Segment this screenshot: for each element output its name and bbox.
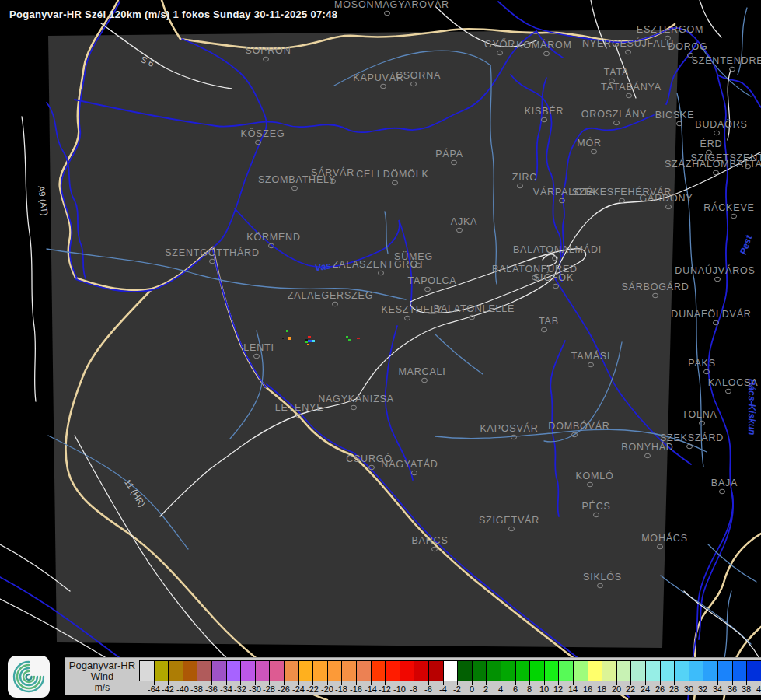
scale-swatch [356, 660, 372, 681]
radar-echo [305, 339, 308, 341]
scale-swatch [226, 660, 241, 681]
scale-swatch [660, 660, 675, 681]
settlement-marker [730, 67, 735, 72]
scale-swatch [616, 660, 631, 681]
legend-panel: Poganyvar-HR Wind m/s -64-42-40-38-36-34… [65, 657, 761, 695]
scale-swatch [544, 660, 559, 681]
settlement-marker [385, 11, 390, 16]
scale-swatch [529, 660, 545, 681]
settlement-marker [687, 444, 693, 449]
settlement-marker [720, 489, 725, 494]
scale-swatch [746, 660, 761, 681]
streams-steel-path [738, 8, 747, 75]
roads-white-path [22, 117, 36, 401]
radar-echo [357, 338, 360, 339]
scale-swatch [703, 660, 718, 681]
scale-swatch [168, 660, 183, 681]
scale-swatch [341, 660, 357, 681]
radar-echo [308, 336, 311, 338]
scale-swatch [732, 660, 747, 681]
spiral-logo-icon [8, 656, 50, 698]
scale-swatch [327, 660, 342, 681]
settlement-marker [726, 389, 731, 394]
radar-echo [307, 344, 309, 345]
legend-bar: Poganyvar-HR Wind m/s -64-42-40-38-36-34… [0, 653, 761, 700]
legend-product-name: Poganyvar-HR [65, 660, 139, 671]
scale-swatch [284, 660, 299, 681]
radar-coverage-area [48, 30, 679, 648]
radar-echo [308, 340, 312, 342]
scale-swatch [486, 660, 501, 681]
scale-swatch [183, 660, 197, 681]
scale-swatch [674, 660, 689, 681]
map-title: Poganyvar-HR Szél 120km (m/s) 1 fokos Su… [9, 9, 337, 20]
settlement-marker [745, 164, 751, 169]
scale-swatch [197, 660, 212, 681]
settlement-marker [700, 421, 705, 425]
app-logo [8, 656, 50, 698]
radar-map-canvas [0, 0, 761, 700]
scale-swatch [385, 660, 400, 681]
scale-swatch [139, 660, 155, 681]
scale-swatch [472, 660, 487, 681]
scale-swatch [428, 660, 444, 681]
scale-swatch [298, 660, 313, 681]
radar-echo [348, 339, 351, 341]
settlement-marker [714, 131, 720, 135]
scale-swatch [211, 660, 227, 681]
radar-echo [312, 340, 315, 342]
scale-swatch [414, 660, 429, 681]
radar-echo [288, 337, 291, 340]
rivers-blue-path [699, 492, 733, 639]
radar-echo [282, 338, 284, 339]
streams-steel-path [677, 93, 703, 467]
scale-swatch [602, 660, 617, 681]
legend-text: Poganyvar-HR Wind m/s [65, 660, 139, 693]
streams-steel-path [701, 47, 751, 96]
radar-echo [305, 341, 308, 343]
scale-swatch [645, 660, 661, 681]
scale-swatch [689, 660, 703, 681]
radar-map-viewport: Poganyvar-HR Szél 120km (m/s) 1 fokos Su… [0, 0, 761, 700]
scale-swatch [269, 660, 285, 681]
settlement-marker [707, 150, 712, 155]
settlement-marker [714, 170, 719, 175]
radar-echo [346, 336, 348, 338]
scale-swatch [240, 660, 256, 681]
scale-swatch [154, 660, 169, 681]
scale-swatch [558, 660, 574, 681]
scale-swatch [630, 660, 646, 681]
scale-swatch [588, 660, 602, 681]
scale-swatch [443, 660, 458, 681]
radar-echo [286, 330, 288, 332]
scale-swatch [457, 660, 473, 681]
legend-unit: m/s [65, 682, 139, 693]
scale-swatch [312, 660, 328, 681]
scale-swatch [371, 660, 386, 681]
color-scale: -64-42-40-38-36-34-32-30-28-26-24-22-20-… [139, 658, 761, 695]
legend-parameter: Wind [65, 671, 139, 682]
scale-swatch [501, 660, 516, 681]
scale-swatch [717, 660, 733, 681]
settlement-marker [731, 214, 737, 219]
roads-white-path [700, 0, 721, 37]
settlement-marker [715, 277, 721, 282]
scale-swatch [515, 660, 530, 681]
scale-swatch [400, 660, 414, 681]
scale-swatch [573, 660, 588, 681]
scale-swatch [255, 660, 270, 681]
